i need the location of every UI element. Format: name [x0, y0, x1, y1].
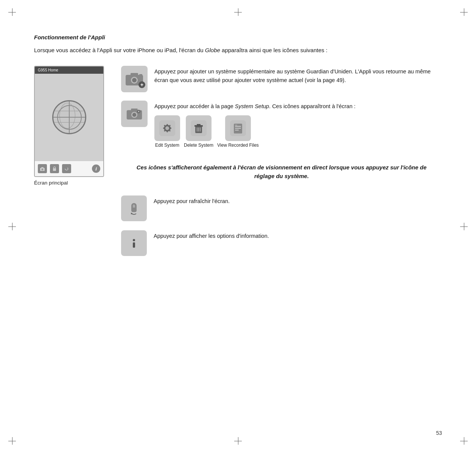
camera-with-plus: + — [125, 71, 144, 87]
phone-header: G955 Home — [35, 67, 103, 74]
main-layout: G955 Home — [34, 66, 442, 265]
globe-italic: Globe — [205, 47, 220, 53]
system-setup-row: Appuyez pour accéder à la page System Se… — [121, 101, 442, 148]
view-recorded-files-item: View Recorded Files — [217, 115, 259, 149]
svg-rect-35 — [197, 127, 198, 132]
add-system-row: + Appuyez pour ajouter un système supplé… — [121, 66, 442, 92]
footer-refresh-icon — [62, 164, 71, 173]
edit-system-icon — [154, 115, 180, 141]
svg-rect-3 — [53, 168, 56, 171]
delete-system-icon — [186, 115, 212, 141]
refresh-row: Appuyez pour rafraîchir l'écran. — [121, 195, 442, 221]
three-icons-row: Edit System — [154, 115, 442, 149]
edit-system-item: Edit System — [154, 115, 180, 149]
delete-system-label: Delete System — [184, 143, 213, 149]
svg-rect-37 — [200, 127, 201, 132]
svg-point-7 — [132, 78, 137, 82]
svg-rect-41 — [235, 128, 241, 129]
refresh-description: Appuyez pour rafraîchir l'écran. — [154, 195, 442, 205]
left-column: G955 Home — [34, 66, 110, 186]
svg-point-15 — [138, 111, 139, 112]
main-content: Fonctionnement de l'Appli Lorsque vous a… — [34, 23, 442, 265]
svg-rect-25 — [163, 127, 165, 129]
svg-point-1 — [42, 168, 44, 170]
svg-point-46 — [133, 239, 135, 241]
svg-rect-13 — [131, 109, 138, 111]
notice-box: Ces icônes s'afficheront également à l'é… — [121, 157, 442, 187]
add-camera-icon: + — [121, 66, 148, 92]
intro-text-part1: Lorsque vous accédez à l'Appli sur votre… — [34, 47, 205, 53]
system-setup-description: Appuyez pour accéder à la page System Se… — [154, 101, 442, 148]
svg-point-22 — [165, 126, 169, 130]
add-system-description: Appuyez pour ajouter un système suppléme… — [154, 66, 442, 84]
svg-rect-47 — [133, 242, 135, 248]
phone-header-title: G955 Home — [38, 68, 58, 72]
phone-footer: i — [35, 161, 103, 176]
info-description: Appuyez pour afficher les options d'info… — [154, 230, 442, 240]
refresh-icon — [121, 195, 147, 221]
screen-label: Écran principal — [34, 180, 110, 186]
view-recorded-files-label: View Recorded Files — [217, 143, 259, 149]
right-column: + Appuyez pour ajouter un système supplé… — [121, 66, 442, 265]
svg-rect-18 — [137, 111, 138, 112]
svg-rect-19 — [139, 111, 140, 112]
intro-text-part2: apparaîtra ainsi que les icônes suivante… — [220, 47, 328, 53]
view-recorded-files-icon — [225, 115, 251, 141]
phone-body — [35, 74, 103, 161]
svg-rect-9 — [139, 74, 142, 76]
footer-lock-icon — [50, 164, 59, 173]
svg-rect-26 — [170, 127, 171, 129]
svg-rect-34 — [197, 124, 201, 126]
footer-info-icon: i — [92, 164, 100, 173]
svg-rect-8 — [131, 73, 138, 76]
svg-rect-2 — [41, 167, 44, 168]
info-icon — [121, 230, 147, 256]
phone-screen: G955 Home — [34, 66, 104, 177]
footer-camera-icon — [38, 164, 47, 173]
svg-rect-42 — [235, 130, 239, 130]
svg-rect-23 — [167, 124, 168, 126]
edit-system-label: Edit System — [155, 143, 179, 149]
setup-desc-part2: . Ces icônes apparaîtront à l'écran : — [269, 103, 355, 109]
page-container: Fonctionnement de l'Appli Lorsque vous a… — [0, 0, 476, 453]
svg-point-12 — [132, 113, 137, 117]
setup-desc-part1: Appuyez pour accéder à la page — [154, 103, 235, 109]
info-row: Appuyez pour afficher les options d'info… — [121, 230, 442, 256]
plus-badge: + — [138, 81, 145, 88]
svg-rect-40 — [235, 126, 241, 127]
intro-paragraph: Lorsque vous accédez à l'Appli sur votre… — [34, 46, 394, 54]
footer-icons — [38, 164, 71, 173]
svg-rect-36 — [198, 127, 199, 132]
setup-desc-italic: System Setup — [235, 103, 269, 109]
page-number: 53 — [436, 430, 442, 436]
svg-rect-16 — [138, 110, 139, 111]
svg-rect-24 — [167, 131, 168, 132]
globe-icon — [52, 100, 86, 134]
svg-rect-17 — [138, 112, 139, 113]
svg-marker-4 — [67, 168, 68, 169]
svg-rect-43 — [235, 125, 237, 126]
camera-settings-icon — [121, 101, 148, 127]
delete-system-item: Delete System — [184, 115, 213, 149]
section-title: Fonctionnement de l'Appli — [34, 34, 442, 40]
